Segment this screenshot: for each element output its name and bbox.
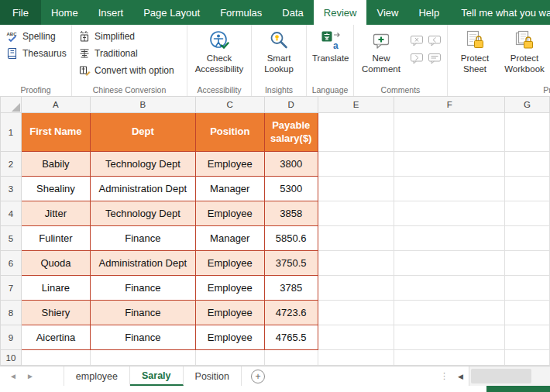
cell-B6[interactable]: Administration Dept bbox=[90, 251, 195, 276]
cell-E4[interactable] bbox=[318, 201, 394, 226]
select-all-button[interactable] bbox=[1, 97, 22, 113]
cell-F3[interactable] bbox=[394, 177, 505, 201]
cell-D9[interactable]: 4765.5 bbox=[264, 325, 318, 350]
cell-A3[interactable]: Shealiny bbox=[21, 177, 90, 201]
cell-A8[interactable]: Shiery bbox=[21, 301, 90, 325]
sheet-tab-saraly[interactable]: Saraly bbox=[130, 366, 184, 386]
new-comment-button[interactable]: New Comment bbox=[358, 28, 404, 84]
new-sheet-button[interactable]: + bbox=[251, 370, 265, 383]
cell-C3[interactable]: Manager bbox=[195, 177, 264, 201]
cell-B3[interactable]: Administration Dept bbox=[90, 177, 195, 201]
smart-lookup-button[interactable]: Smart Lookup bbox=[256, 28, 302, 84]
sheet-nav-left-icon[interactable]: ◄ bbox=[9, 372, 17, 380]
cell-E5[interactable] bbox=[318, 226, 394, 251]
column-header-C[interactable]: C bbox=[195, 97, 264, 113]
cell-A6[interactable]: Quoda bbox=[21, 251, 90, 276]
ribbon-tab-data[interactable]: Data bbox=[272, 0, 313, 25]
cell-B7[interactable]: Finance bbox=[90, 276, 195, 301]
scrollbar-track[interactable] bbox=[469, 366, 550, 386]
cell-G7[interactable] bbox=[505, 276, 550, 301]
cell-A2[interactable]: Babily bbox=[21, 152, 90, 177]
cell-G9[interactable] bbox=[505, 325, 550, 350]
cell-D4[interactable]: 3858 bbox=[264, 201, 318, 226]
cell-G5[interactable] bbox=[505, 226, 550, 251]
cell-B9[interactable]: Finance bbox=[90, 325, 195, 350]
spelling-button[interactable]: ABC Spelling bbox=[4, 28, 67, 44]
row-header-4[interactable]: 4 bbox=[1, 201, 22, 226]
cell-D2[interactable]: 3800 bbox=[264, 152, 318, 177]
cell-G4[interactable] bbox=[505, 201, 550, 226]
cell-G6[interactable] bbox=[505, 251, 550, 276]
row-header-7[interactable]: 7 bbox=[1, 276, 22, 301]
cell-E1[interactable] bbox=[318, 113, 394, 152]
row-header-9[interactable]: 9 bbox=[1, 325, 22, 350]
sheet-tab-employee[interactable]: employee bbox=[64, 366, 130, 386]
cell-A5[interactable]: Fulinter bbox=[21, 226, 90, 251]
delete-comment-icon[interactable] bbox=[409, 33, 425, 48]
cell-F8[interactable] bbox=[394, 301, 505, 325]
column-header-F[interactable]: F bbox=[394, 97, 505, 113]
cell-G3[interactable] bbox=[505, 177, 550, 201]
row-header-1[interactable]: 1 bbox=[1, 113, 22, 152]
cell-C10[interactable] bbox=[195, 350, 264, 366]
ribbon-tab-insert[interactable]: Insert bbox=[88, 0, 134, 25]
cell-C2[interactable]: Employee bbox=[195, 152, 264, 177]
show-comments-icon[interactable] bbox=[427, 50, 442, 66]
cell-G2[interactable] bbox=[505, 152, 550, 177]
cell-F4[interactable] bbox=[394, 201, 505, 226]
convert-with-option-button[interactable]: Convert with option bbox=[76, 62, 183, 78]
cell-A1[interactable]: First Name bbox=[21, 113, 90, 152]
cell-E6[interactable] bbox=[318, 251, 394, 276]
cell-A4[interactable]: Jitter bbox=[21, 201, 90, 226]
cell-C9[interactable]: Employee bbox=[195, 325, 264, 350]
scrollbar-grip-icon[interactable]: ⋮ bbox=[436, 366, 452, 386]
row-header-8[interactable]: 8 bbox=[1, 301, 22, 325]
cell-D3[interactable]: 5300 bbox=[264, 177, 318, 201]
cell-F7[interactable] bbox=[394, 276, 505, 301]
cell-F6[interactable] bbox=[394, 251, 505, 276]
cell-C8[interactable]: Employee bbox=[195, 301, 264, 325]
ribbon-tab-help[interactable]: Help bbox=[408, 0, 449, 25]
cell-D8[interactable]: 4723.6 bbox=[264, 301, 318, 325]
cell-E8[interactable] bbox=[318, 301, 394, 325]
simplified-button[interactable]: Simplified bbox=[76, 28, 183, 44]
cell-B8[interactable]: Finance bbox=[90, 301, 195, 325]
cell-A7[interactable]: Linare bbox=[21, 276, 90, 301]
tell-me-search[interactable]: Tell me what you wa bbox=[449, 0, 550, 25]
cell-B2[interactable]: Technology Dept bbox=[90, 152, 195, 177]
cell-D5[interactable]: 5850.6 bbox=[264, 226, 318, 251]
cell-C4[interactable]: Employee bbox=[195, 201, 264, 226]
traditional-button[interactable]: Traditional bbox=[76, 45, 183, 61]
scrollbar-thumb[interactable] bbox=[471, 369, 531, 383]
cell-F5[interactable] bbox=[394, 226, 505, 251]
next-comment-icon[interactable] bbox=[409, 50, 425, 66]
cell-B1[interactable]: Dept bbox=[90, 113, 195, 152]
cell-F9[interactable] bbox=[394, 325, 505, 350]
cell-G8[interactable] bbox=[505, 301, 550, 325]
row-header-6[interactable]: 6 bbox=[1, 251, 22, 276]
column-header-G[interactable]: G bbox=[505, 97, 550, 113]
row-header-3[interactable]: 3 bbox=[1, 177, 22, 201]
cell-E10[interactable] bbox=[318, 350, 394, 366]
cell-C7[interactable]: Employee bbox=[195, 276, 264, 301]
column-header-A[interactable]: A bbox=[21, 97, 90, 113]
cell-B10[interactable] bbox=[90, 350, 195, 366]
column-header-D[interactable]: D bbox=[264, 97, 318, 113]
sheet-nav-right-icon[interactable]: ► bbox=[26, 372, 34, 380]
translate-button[interactable]: a Translate bbox=[311, 28, 351, 84]
check-accessibility-button[interactable]: Check Accessibility bbox=[191, 28, 247, 84]
protect-workbook-button[interactable]: Protect Workbook bbox=[498, 28, 550, 84]
cell-E9[interactable] bbox=[318, 325, 394, 350]
cell-C6[interactable]: Employee bbox=[195, 251, 264, 276]
ribbon-tab-view[interactable]: View bbox=[366, 0, 408, 25]
column-header-B[interactable]: B bbox=[90, 97, 195, 113]
scroll-left-button[interactable]: ◀ bbox=[452, 366, 469, 386]
ribbon-tab-formulas[interactable]: Formulas bbox=[210, 0, 272, 25]
cell-B4[interactable]: Technology Dept bbox=[90, 201, 195, 226]
ribbon-tab-review[interactable]: Review bbox=[314, 0, 367, 25]
ribbon-tab-page-layout[interactable]: Page Layout bbox=[133, 0, 210, 25]
cell-E3[interactable] bbox=[318, 177, 394, 201]
cell-B5[interactable]: Finance bbox=[90, 226, 195, 251]
row-header-10[interactable]: 10 bbox=[1, 350, 22, 366]
previous-comment-icon[interactable] bbox=[427, 33, 442, 48]
